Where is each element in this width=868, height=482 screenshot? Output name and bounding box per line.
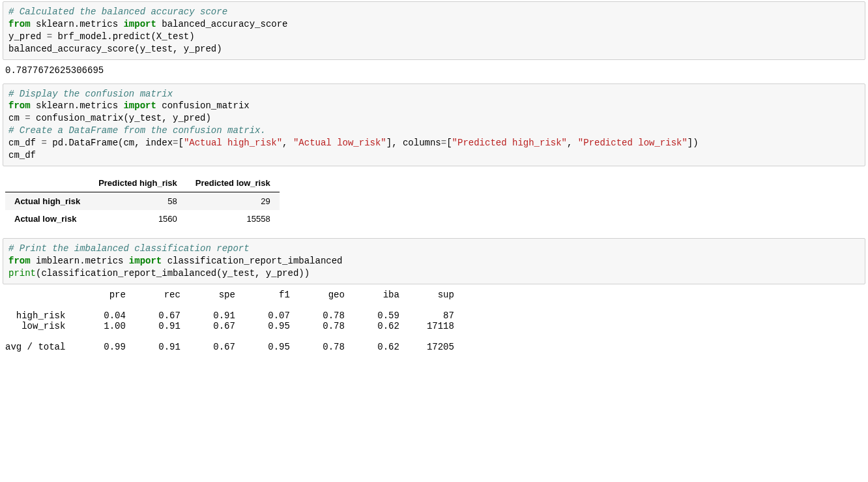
code-cell-3: # Print the imbalanced classification re… [3,238,865,284]
table-cell: 58 [89,192,186,210]
table-cell: 15558 [186,210,280,228]
code-cell-2: # Display the confusion matrix from skle… [3,83,865,166]
row-index: Actual high_risk [5,192,89,210]
col-header: Predicted low_risk [186,174,280,192]
table-cell: 1560 [89,210,186,228]
table-corner [5,174,89,192]
comment: # Create a DataFrame from the confusion … [8,125,266,136]
col-header: Predicted high_risk [89,174,186,192]
comment: # Calculated the balanced accuracy score [8,7,227,17]
kw-import: import [123,19,156,29]
confusion-matrix-table: Predicted high_risk Predicted low_risk A… [5,174,280,228]
row-index: Actual low_risk [5,210,89,228]
output-3-report: pre rec spe f1 geo iba sup high_risk 0.0… [0,287,868,359]
output-1: 0.7877672625306695 [0,63,868,82]
table-cell: 29 [186,192,280,210]
comment: # Print the imbalanced classification re… [8,243,250,254]
kw-from: from [8,19,31,29]
table-row: Actual high_risk 58 29 [5,192,280,210]
comment: # Display the confusion matrix [8,89,173,99]
output-2-dataframe: Predicted high_risk Predicted low_risk A… [0,169,868,237]
builtin-print: print [8,268,36,279]
table-row: Actual low_risk 1560 15558 [5,210,280,228]
code-cell-1: # Calculated the balanced accuracy score… [3,1,865,60]
